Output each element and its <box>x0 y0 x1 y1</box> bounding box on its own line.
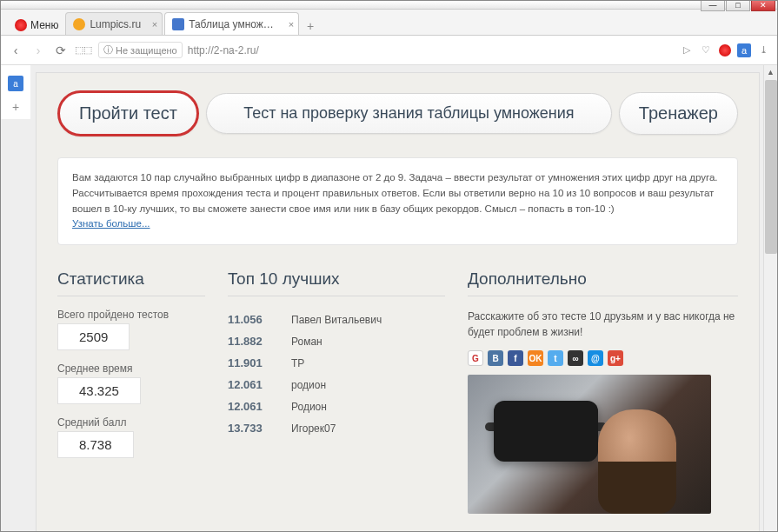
top10-row: 12.061Родион <box>228 396 445 417</box>
bookmark-icon[interactable]: ♡ <box>699 43 713 57</box>
stat-total-value: 2509 <box>57 323 130 350</box>
tab-close-icon[interactable]: × <box>289 19 294 30</box>
tab-label: Lumpics.ru <box>90 18 141 30</box>
send-icon[interactable]: ▷ <box>680 43 694 57</box>
window-close-button[interactable]: ✕ <box>751 0 775 11</box>
info-icon: ⓘ <box>103 43 113 57</box>
social-share-icon[interactable]: OK <box>528 350 543 366</box>
learn-more-link[interactable]: Узнать больше... <box>72 218 150 229</box>
tab-close-icon[interactable]: × <box>152 19 157 30</box>
security-badge[interactable]: ⓘ Не защищено <box>98 42 183 58</box>
reload-button[interactable]: ⟳ <box>53 43 69 58</box>
take-test-button[interactable]: Пройти тест <box>57 90 199 136</box>
social-share-icon[interactable]: G <box>468 350 483 366</box>
top10-row: 11.882Роман <box>228 330 445 352</box>
window-maximize-button[interactable]: □ <box>726 0 750 11</box>
window-titlebar: — □ ✕ <box>1 1 777 10</box>
stat-avgscore-value: 8.738 <box>57 431 134 458</box>
top10-title: Топ 10 лучших <box>228 269 445 296</box>
download-icon[interactable]: ⤓ <box>756 43 770 57</box>
tab-lumpics[interactable]: Lumpics.ru × <box>65 12 163 35</box>
top10-name: Павел Витальевич <box>291 314 382 326</box>
browser-sidebar: a + <box>1 65 30 119</box>
stat-avgtime-value: 43.325 <box>57 377 141 404</box>
vertical-scrollbar[interactable]: ▲ <box>763 65 777 532</box>
sidebar-ext-icon[interactable]: a <box>8 76 23 91</box>
extra-title: Дополнительно <box>468 269 738 296</box>
top10-row: 13.733Игорек07 <box>228 417 445 439</box>
scroll-thumb[interactable] <box>765 80 777 254</box>
social-share-icon[interactable]: f <box>508 350 523 366</box>
tab-strip: Меню Lumpics.ru × Таблица умножения трен… <box>1 10 777 36</box>
address-field[interactable]: ⓘ Не защищено http://2-na-2.ru/ <box>98 42 673 58</box>
back-button[interactable]: ‹ <box>8 43 23 58</box>
opera-icon <box>15 19 27 31</box>
top10-name: родион <box>291 379 326 391</box>
top10-score: 12.061 <box>228 378 276 391</box>
stat-avgtime-label: Среднее время <box>57 362 205 375</box>
page-heading-pill: Тест на проверку знания таблицы умножени… <box>206 93 612 134</box>
scroll-up-arrow[interactable]: ▲ <box>764 65 777 79</box>
tab-current[interactable]: Таблица умножения трен × <box>164 12 299 35</box>
tab-label: Таблица умножения трен <box>189 18 277 30</box>
top10-score: 13.733 <box>228 422 276 435</box>
top10-name: Игорек07 <box>291 422 336 435</box>
menu-label: Меню <box>30 19 58 31</box>
stat-total-label: Всего пройдено тестов <box>57 309 205 321</box>
top10-score: 12.061 <box>228 400 276 413</box>
stats-title: Статистика <box>57 269 205 296</box>
social-share-icon[interactable]: ∞ <box>568 350 583 366</box>
top10-name: Родион <box>291 401 327 413</box>
top10-column: Топ 10 лучших 11.056Павел Витальевич11.8… <box>228 269 445 514</box>
translate-ext-icon[interactable]: a <box>737 43 751 57</box>
favicon-icon <box>73 18 85 30</box>
security-label: Не защищено <box>116 45 177 56</box>
top10-name: Роман <box>291 336 323 348</box>
extra-text: Расскажите об это тесте 10 друзьям и у в… <box>468 309 738 340</box>
top10-score: 11.901 <box>228 356 276 369</box>
speed-dial-button[interactable]: ⬚⬚ <box>76 43 91 58</box>
top10-name: ТР <box>291 357 304 369</box>
trainer-label: Тренажер <box>639 103 718 123</box>
description-block: Вам задаются 10 пар случайно выбранных ц… <box>57 157 738 245</box>
description-text: Вам задаются 10 пар случайно выбранных ц… <box>72 172 718 214</box>
top10-score: 11.882 <box>228 335 276 348</box>
take-test-label: Пройти тест <box>79 103 177 123</box>
top10-row: 11.901ТР <box>228 352 445 374</box>
favicon-icon <box>172 18 184 30</box>
page-heading-text: Тест на проверку знания таблицы умножени… <box>243 104 574 122</box>
stat-avgscore-label: Средний балл <box>57 416 205 429</box>
address-bar: ‹ › ⟳ ⬚⬚ ⓘ Не защищено http://2-na-2.ru/… <box>1 36 777 65</box>
sidebar-add-button[interactable]: + <box>1 95 30 119</box>
top10-score: 11.056 <box>228 313 276 326</box>
new-tab-button[interactable]: + <box>301 17 320 35</box>
opera-ext-icon[interactable] <box>718 43 732 57</box>
page-content: Пройти тест Тест на проверку знания табл… <box>36 72 760 532</box>
page-viewport: a + Пройти тест Тест на проверку знания … <box>1 65 777 532</box>
main-nav: Пройти тест Тест на проверку знания табл… <box>57 90 738 136</box>
social-share-row: GBfOKt∞@g+ <box>468 350 738 366</box>
forward-button[interactable]: › <box>30 43 46 58</box>
top10-row: 11.056Павел Витальевич <box>228 309 445 330</box>
social-share-icon[interactable]: t <box>548 350 563 366</box>
extra-column: Дополнительно Расскажите об это тесте 10… <box>468 269 738 514</box>
social-share-icon[interactable]: @ <box>588 350 603 366</box>
browser-menu-button[interactable]: Меню <box>8 16 65 35</box>
url-text: http://2-na-2.ru/ <box>188 44 259 57</box>
social-share-icon[interactable]: B <box>488 350 503 366</box>
trainer-button[interactable]: Тренажер <box>619 92 738 135</box>
promo-image <box>468 375 711 514</box>
window-minimize-button[interactable]: — <box>701 0 725 11</box>
stats-column: Статистика Всего пройдено тестов 2509 Ср… <box>57 269 205 514</box>
social-share-icon[interactable]: g+ <box>608 350 623 366</box>
top10-row: 12.061родион <box>228 374 445 396</box>
